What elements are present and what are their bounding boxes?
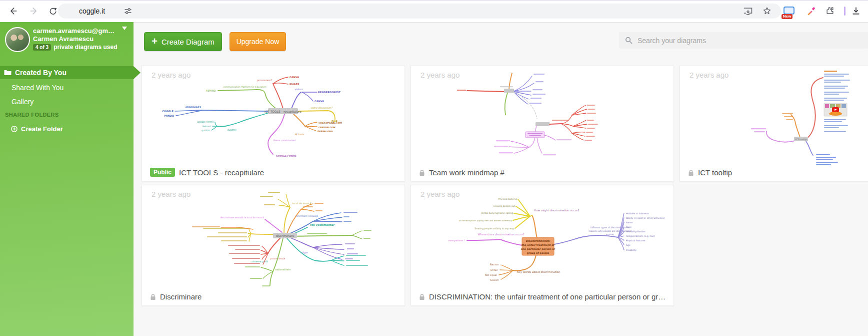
plus-icon: + — [152, 36, 158, 47]
back-icon[interactable] — [7, 5, 19, 17]
map-label: discriminare sexuală la locul de muncă — [220, 216, 264, 219]
create-folder-label: Create Folder — [21, 125, 63, 133]
folder-icon — [4, 70, 12, 76]
map-label: CANVA — [290, 76, 299, 79]
bookmark-star-icon[interactable] — [761, 5, 773, 17]
diagram-thumbnail: locul de muncă orientare sexuală stil ve… — [142, 185, 404, 305]
map-label: Physical features — [626, 239, 646, 242]
diagram-thumbnail: How might discrimination occur? Physical… — [411, 185, 674, 305]
map-label: How might discrimination occur? — [534, 209, 579, 212]
map-label: Unfair — [490, 268, 498, 271]
install-app-icon[interactable] — [742, 5, 754, 17]
map-label: Leaving people out — [494, 205, 515, 207]
map-label: videos — [294, 88, 303, 91]
map-label: DEEPAI.ORG — [318, 130, 333, 133]
extensions-puzzle-icon[interactable] — [824, 5, 836, 17]
map-label: Treating people unfairly in any way — [474, 227, 514, 230]
map-label: Hobbies or interests — [626, 212, 649, 215]
sidebar-item-created-by-you[interactable]: Created By You — [0, 66, 134, 79]
map-center-node: group of people — [527, 251, 550, 255]
map-label: fisiere colaborative? — [273, 139, 296, 142]
map-center-node: ICT TOOLS - recapitulare — [264, 110, 302, 114]
map-label: CANVA — [314, 100, 324, 103]
usage-badge: 4 of 3 — [33, 44, 51, 51]
map-label: Age — [626, 244, 630, 246]
site-settings-icon[interactable] — [122, 5, 134, 17]
create-folder-button[interactable]: Create Folder — [11, 125, 63, 133]
usage-text: private diagrams used — [54, 44, 117, 51]
map-label: Race — [626, 226, 632, 228]
map-label: In the workplace: paying men and women d… — [459, 219, 512, 222]
create-diagram-button[interactable]: + Create Diagram — [144, 32, 222, 51]
map-label: Sexism — [490, 278, 499, 281]
diagram-card-team-work[interactable]: 2 years ago — [410, 66, 674, 182]
diagram-thumbnail: procesoare? CANVA EMAZE videos RENDERFOR… — [142, 66, 404, 181]
card-footer: Discriminare — [150, 292, 398, 301]
map-label: GOOGLE FORMS — [276, 155, 296, 157]
map-label: Sexuality/Gender — [626, 230, 646, 233]
map-label: AI tools — [294, 133, 304, 136]
card-footer: DISCRIMINATION: the unfair treatment of … — [419, 292, 666, 301]
card-footer: ICT tooltip — [688, 168, 868, 177]
map-label: RENDERFOREST — [318, 91, 340, 94]
card-title: Discriminare — [160, 292, 202, 301]
sidebar-item-gallery[interactable]: Gallery — [0, 95, 134, 108]
downloads-icon[interactable] — [850, 5, 862, 17]
coggle-dashboard: coggle.it New — [0, 0, 868, 336]
map-label: MINDQ — [164, 114, 174, 117]
diagram-card-ict-tools[interactable]: 2 years ago procesoare? CANVA EMAZE vide… — [142, 66, 405, 182]
sidebar-item-label: Gallery — [12, 98, 34, 106]
url-text[interactable]: coggle.it — [79, 7, 105, 15]
map-label: Not equal — [485, 273, 497, 277]
map-label: everywhere ! — [448, 239, 465, 242]
card-title: ICT tooltip — [698, 168, 732, 177]
map-label: procesoare? — [257, 79, 273, 82]
new-badge: New — [782, 14, 792, 19]
upgrade-label: Upgrade Now — [236, 38, 280, 46]
reload-icon[interactable] — [47, 5, 59, 17]
map-label: Key words about discrimination — [517, 270, 560, 274]
browser-toolbar: coggle.it New — [0, 0, 868, 23]
map-label: video discussion? — [310, 106, 333, 109]
diagram-card-ict-tooltip[interactable]: 2 years ago — [680, 66, 868, 182]
upgrade-now-button[interactable]: Upgrade Now — [230, 32, 286, 51]
map-label: stil vestimentar — [310, 223, 334, 226]
sidebar-item-label: Shared With You — [12, 84, 64, 92]
map-center-node: one particular person or — [521, 247, 556, 251]
avatar[interactable] — [5, 27, 30, 52]
extension-new-icon[interactable]: New — [783, 5, 795, 17]
forward-icon — [28, 5, 40, 17]
diagram-card-discrimination[interactable]: 2 years ago How might discrimination occ… — [410, 185, 674, 306]
public-badge: Public — [150, 168, 175, 177]
diagram-thumbnail — [411, 66, 674, 181]
eyedropper-extension-icon[interactable] — [805, 5, 817, 17]
map-center-node: discriminare — [276, 234, 294, 237]
diagram-card-discriminare[interactable]: 2 years ago locul de muncă orientare sex… — [142, 185, 405, 306]
map-label: against — [606, 233, 614, 236]
map-label: Disability — [626, 249, 636, 251]
map-label: quizizz — [202, 129, 210, 132]
card-footer: Public ICT TOOLS - recapitulare — [150, 168, 398, 177]
user-name: Carmen Avramescu — [33, 35, 94, 43]
map-label: EMAZE — [290, 83, 300, 86]
map-label: reasons why people are discriminated — [588, 230, 632, 232]
lock-icon — [419, 169, 425, 176]
address-bar[interactable]: coggle.it — [58, 4, 781, 19]
map-label: CHAT.OPENAI.COM — [318, 122, 342, 124]
search-box[interactable] — [619, 32, 868, 49]
search-input[interactable] — [636, 36, 848, 45]
map-label: Ability (in sport or other activities) — [626, 217, 665, 219]
lock-icon — [688, 169, 694, 176]
map-center-node: ICT tooltip — [795, 138, 806, 141]
sidebar-item-shared-with-you[interactable]: Shared With You — [0, 81, 134, 94]
lock-icon — [150, 293, 156, 300]
map-label: culoarea pielii — [250, 260, 268, 263]
user-email: carmen.avramescu@gm… — [33, 27, 128, 35]
diagram-thumbnail: ICT tooltip — [680, 66, 868, 181]
map-label: MINDMAPS — [185, 106, 201, 109]
usage-row: 4 of 3 private diagrams used — [33, 44, 118, 51]
map-label: orientare sexuală — [296, 214, 318, 217]
map-label: locul de muncă — [292, 202, 312, 205]
map-label: google forms — [197, 120, 214, 124]
map-label: Name — [626, 221, 633, 224]
